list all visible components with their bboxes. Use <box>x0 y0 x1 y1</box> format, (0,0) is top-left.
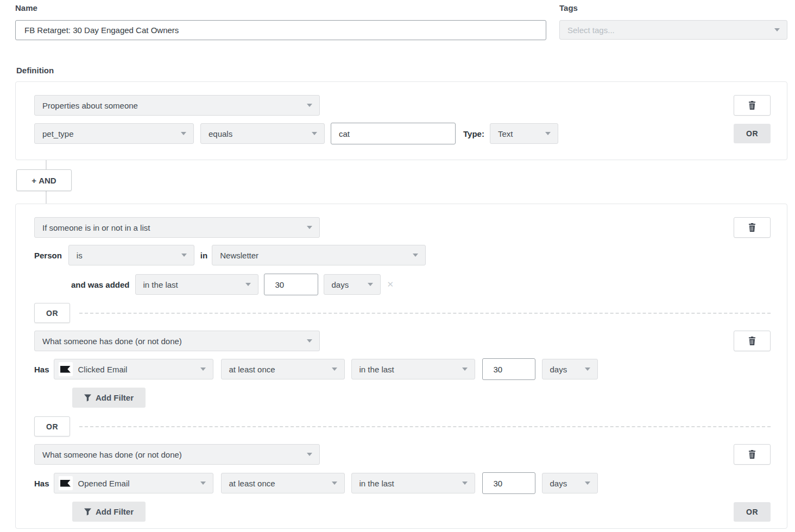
condition-block-properties: Properties about someone pet_type <box>15 81 787 160</box>
has-label: Has <box>34 479 49 488</box>
frequency-select[interactable]: at least once <box>221 359 345 379</box>
chevron-down-icon <box>462 368 468 371</box>
chevron-down-icon <box>307 226 312 229</box>
segment-builder-page: Name Tags Select tags... Definition Prop… <box>0 0 795 532</box>
membership-value: is <box>77 251 83 260</box>
header-fields-row: Name Tags Select tags... <box>0 0 795 40</box>
add-or-condition-button[interactable]: OR <box>734 124 771 143</box>
list-select[interactable]: Newsletter <box>212 245 426 265</box>
condition-category-select[interactable]: What someone has done (or not done) <box>34 331 320 351</box>
tags-label: Tags <box>559 3 787 13</box>
add-or-condition-button[interactable]: OR <box>734 502 771 522</box>
chevron-down-icon <box>774 28 780 31</box>
metric-select[interactable]: Opened Email <box>54 473 213 493</box>
condition-category-value: What someone has done (or not done) <box>42 450 182 459</box>
frequency-select[interactable]: at least once <box>221 473 345 493</box>
trash-icon <box>748 223 756 232</box>
tags-field-group: Tags Select tags... <box>559 3 787 40</box>
or-divider-line <box>79 426 771 427</box>
add-filter-button[interactable]: Add Filter <box>72 388 146 408</box>
condition-category-value: What someone has done (or not done) <box>42 337 182 346</box>
timeframe-select[interactable]: in the last <box>135 274 258 295</box>
property-value: pet_type <box>42 129 74 138</box>
trash-icon <box>748 337 756 345</box>
delete-condition-button[interactable] <box>734 217 771 238</box>
unit-value: days <box>550 479 567 488</box>
condition-category-select[interactable]: What someone has done (or not done) <box>34 444 320 465</box>
or-divider: OR <box>34 416 771 436</box>
add-filter-label: Add Filter <box>96 507 134 516</box>
type-select[interactable]: Text <box>490 123 558 144</box>
metric-value: Clicked Email <box>78 365 128 374</box>
funnel-icon <box>84 394 91 402</box>
remove-timeframe-icon[interactable]: ✕ <box>387 280 394 289</box>
condition-category-value: Properties about someone <box>42 101 138 110</box>
unit-select[interactable]: days <box>542 473 598 493</box>
has-label: Has <box>34 365 49 374</box>
funnel-icon <box>84 508 91 516</box>
condition-category-value: If someone is in or not in a list <box>42 223 150 232</box>
chevron-down-icon <box>545 132 551 135</box>
or-button[interactable]: OR <box>34 416 70 436</box>
in-label: in <box>200 251 207 260</box>
type-value: Text <box>498 129 513 138</box>
chevron-down-icon <box>462 482 468 485</box>
membership-select[interactable]: is <box>68 245 194 265</box>
chevron-down-icon <box>413 254 418 257</box>
or-divider: OR <box>34 303 771 323</box>
klaviyo-flag-icon <box>59 476 73 490</box>
delete-condition-button[interactable] <box>734 95 771 116</box>
metric-value: Opened Email <box>78 479 130 488</box>
property-select[interactable]: pet_type <box>34 123 194 144</box>
timeframe-select[interactable]: in the last <box>351 359 475 379</box>
condition-block-group: If someone is in or not in a list Person… <box>15 204 787 529</box>
klaviyo-flag-icon <box>59 362 73 376</box>
add-filter-button[interactable]: Add Filter <box>72 502 146 522</box>
chevron-down-icon <box>245 283 251 286</box>
timeframe-value: in the last <box>359 365 394 374</box>
chevron-down-icon <box>312 132 317 135</box>
frequency-value: at least once <box>229 365 275 374</box>
name-field-group: Name <box>15 3 546 40</box>
type-label: Type: <box>463 129 484 138</box>
delete-condition-button[interactable] <box>734 444 771 465</box>
operator-value: equals <box>209 129 232 138</box>
chevron-down-icon <box>332 368 337 371</box>
chevron-down-icon <box>200 368 206 371</box>
quantity-input[interactable] <box>482 472 535 494</box>
unit-value: days <box>550 365 567 374</box>
name-input[interactable] <box>15 20 546 40</box>
tags-placeholder: Select tags... <box>567 26 615 35</box>
or-button[interactable]: OR <box>34 303 70 323</box>
chevron-down-icon <box>307 339 312 343</box>
name-label: Name <box>15 3 546 13</box>
trash-icon <box>748 101 756 110</box>
chevron-down-icon <box>585 368 590 371</box>
chevron-down-icon <box>181 254 187 257</box>
chevron-down-icon <box>585 482 590 485</box>
tags-select[interactable]: Select tags... <box>559 20 787 40</box>
condition-category-select[interactable]: If someone is in or not in a list <box>34 217 320 238</box>
and-button-label: AND <box>39 176 56 185</box>
quantity-input[interactable] <box>264 274 318 295</box>
timeframe-select[interactable]: in the last <box>351 473 475 493</box>
chevron-down-icon <box>181 132 186 135</box>
delete-condition-button[interactable] <box>734 331 771 351</box>
condition-category-select[interactable]: Properties about someone <box>34 95 320 116</box>
unit-select[interactable]: days <box>542 359 598 379</box>
chevron-down-icon <box>307 104 312 107</box>
metric-select[interactable]: Clicked Email <box>54 359 213 379</box>
property-value-input[interactable] <box>331 123 456 144</box>
chevron-down-icon <box>332 482 337 485</box>
unit-select[interactable]: days <box>324 274 381 295</box>
frequency-value: at least once <box>229 479 275 488</box>
and-connector: +AND <box>15 160 795 204</box>
add-filter-label: Add Filter <box>96 393 134 402</box>
quantity-input[interactable] <box>482 358 535 380</box>
timeframe-value: in the last <box>143 280 178 289</box>
add-and-condition-button[interactable]: +AND <box>16 169 72 191</box>
operator-select[interactable]: equals <box>200 123 325 144</box>
added-timeframe-label: and was added <box>71 280 130 289</box>
chevron-down-icon <box>307 453 312 456</box>
unit-value: days <box>332 280 349 289</box>
